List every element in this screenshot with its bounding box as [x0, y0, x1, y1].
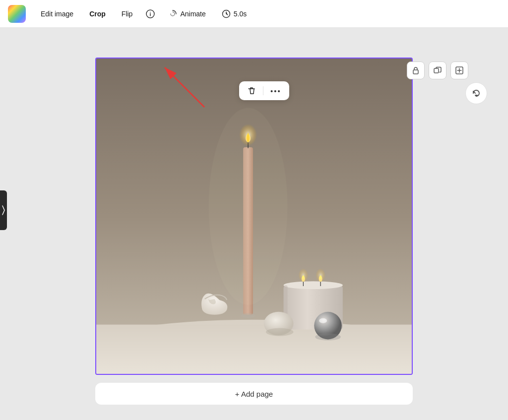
- regenerate-icon: [471, 88, 481, 98]
- svg-point-34: [209, 108, 288, 305]
- canvas-top-icons: [407, 61, 468, 79]
- canva-logo[interactable]: [8, 5, 26, 23]
- svg-point-23: [302, 275, 304, 279]
- canvas-image-container[interactable]: •••: [95, 58, 413, 375]
- flip-button[interactable]: Flip: [115, 6, 140, 22]
- svg-point-29: [266, 328, 294, 336]
- animate-label: Animate: [180, 10, 205, 18]
- add-section-icon: [455, 66, 463, 74]
- trash-icon: [247, 86, 256, 95]
- duplicate-icon: [434, 66, 442, 74]
- element-float-toolbar: •••: [239, 81, 289, 100]
- candle-scene-svg: [96, 59, 412, 374]
- toolbar: Edit image Crop Flip Animate 5.0s: [0, 0, 508, 28]
- svg-rect-4: [413, 70, 418, 74]
- delete-element-button[interactable]: [246, 85, 257, 96]
- svg-point-1: [150, 11, 151, 12]
- animate-icon: [168, 9, 177, 18]
- svg-point-32: [315, 334, 341, 341]
- edit-image-button[interactable]: Edit image: [34, 6, 80, 22]
- svg-rect-11: [96, 325, 412, 374]
- more-dots-label: •••: [270, 87, 281, 95]
- svg-point-27: [319, 275, 321, 279]
- sidebar-chevron-icon: [2, 205, 5, 215]
- lock-icon: [412, 66, 420, 74]
- add-page-button[interactable]: + Add page: [95, 383, 413, 405]
- svg-point-33: [241, 313, 255, 318]
- more-options-button[interactable]: •••: [269, 86, 282, 96]
- add-section-button[interactable]: [450, 61, 468, 79]
- info-button[interactable]: [141, 5, 159, 23]
- svg-rect-5: [434, 68, 439, 73]
- canvas-frame: ••• + Add page: [95, 58, 413, 405]
- crop-button[interactable]: Crop: [82, 6, 113, 22]
- info-icon: [146, 9, 155, 18]
- clock-icon: [222, 9, 231, 18]
- svg-point-18: [284, 281, 343, 289]
- regenerate-button[interactable]: [465, 82, 487, 104]
- toolbar-separator: [263, 86, 263, 95]
- animate-button[interactable]: Animate: [161, 5, 212, 22]
- time-button[interactable]: 5.0s: [215, 5, 254, 22]
- lock-button[interactable]: [407, 61, 425, 79]
- time-label: 5.0s: [234, 10, 247, 18]
- canvas-area: ••• + Add page: [0, 28, 508, 420]
- left-sidebar-toggle[interactable]: [0, 190, 7, 230]
- duplicate-button[interactable]: [429, 61, 446, 79]
- svg-point-31: [319, 318, 327, 323]
